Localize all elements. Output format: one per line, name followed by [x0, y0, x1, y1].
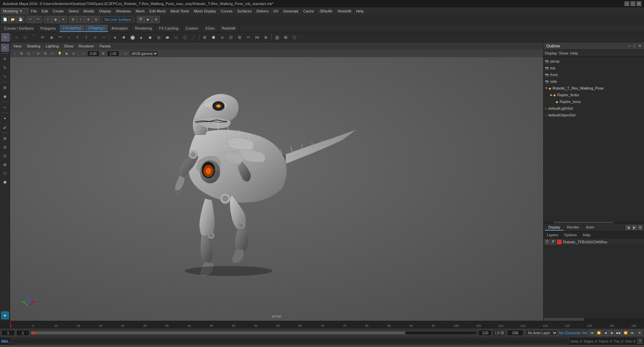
multi-cut-btn[interactable]: ✂ — [244, 33, 252, 41]
tab-rendering[interactable]: Rendering — [131, 25, 156, 32]
render-panel-btn3[interactable]: ⚙ — [638, 225, 643, 230]
menu-generate[interactable]: Generate — [281, 8, 300, 14]
frame-end-input[interactable] — [478, 330, 492, 336]
timeline-scroll[interactable] — [31, 331, 477, 335]
layer-playback-check[interactable]: P — [551, 240, 556, 244]
close-btn[interactable]: ✕ — [637, 1, 641, 6]
diamond-btn[interactable]: ◆ — [146, 33, 154, 41]
outliner-maximize[interactable]: □ — [633, 44, 636, 48]
pen-btn[interactable]: ◈ — [47, 33, 55, 41]
gear-shape-btn[interactable]: ⬡ — [181, 33, 189, 41]
vp-fit-btn[interactable]: ⊞ — [18, 50, 25, 57]
ep-btn[interactable]: ⋯ — [100, 33, 108, 41]
curve-btn[interactable]: ⌒ — [30, 33, 38, 41]
undo-btn[interactable]: ↶ — [27, 16, 34, 23]
select-tool[interactable]: ↖ — [1, 44, 9, 52]
target-weld-btn[interactable]: ⊕ — [262, 33, 270, 41]
wave-btn[interactable]: 〜 — [56, 33, 64, 41]
tab-custom[interactable]: Custom — [182, 25, 202, 32]
menu-mesh-tools[interactable]: Mesh Tools — [168, 8, 191, 14]
prev-frame-btn[interactable]: ◀ — [602, 330, 608, 336]
menu-edit-mesh[interactable]: Edit Mesh — [147, 8, 168, 14]
cylinder-btn[interactable]: ⬤ — [128, 33, 136, 41]
maximize-btn[interactable]: □ — [631, 1, 635, 6]
menu-display[interactable]: Display — [97, 8, 113, 14]
help-line-btn[interactable]: ? — [637, 339, 643, 344]
snap-point[interactable]: ⊕ — [85, 16, 92, 23]
menu-file[interactable]: File — [29, 8, 39, 14]
vp-shadow-btn[interactable]: ◉ — [64, 50, 70, 57]
rotate-tool[interactable]: ↻ — [1, 64, 9, 72]
display-tool-4[interactable]: ⊠ — [1, 161, 9, 169]
move-tool[interactable]: ✛ — [1, 55, 9, 63]
go-end-btn[interactable]: ⏭ — [629, 330, 635, 336]
display-tool-6[interactable]: ⬟ — [1, 178, 9, 186]
cone-btn[interactable]: ▲ — [137, 33, 145, 41]
paint-sel-tool[interactable]: 🖌 — [1, 123, 9, 131]
render-settings-btn[interactable]: ⚙ — [152, 16, 160, 23]
bezier-btn[interactable]: ꟗ — [74, 33, 82, 41]
menu-select[interactable]: Select — [67, 8, 81, 14]
tree-item-trex-root[interactable]: ▼ ◆ Robotic_T_Rex_Walking_Pose — [544, 85, 644, 92]
play-forward-btn[interactable]: ▶ — [609, 330, 615, 336]
lasso-btn[interactable]: ◉ — [52, 16, 59, 23]
square-btn[interactable]: □ — [21, 33, 29, 41]
open-btn[interactable]: 📂 — [9, 16, 16, 23]
snap-view[interactable]: ⊟ — [92, 16, 100, 23]
char-set-label[interactable]: No Character Set — [559, 331, 588, 335]
menu-mesh-display[interactable]: Mesh Display — [192, 8, 218, 14]
tree-item-raptor-torso[interactable]: ◆ Raptor_torso — [544, 98, 644, 105]
tab-sculpting[interactable]: [ Sculpting ] — [59, 25, 85, 32]
sub-tab-help[interactable]: Help — [581, 233, 593, 237]
range-max-input[interactable] — [507, 330, 524, 336]
snap-curve[interactable]: ⌇ — [77, 16, 84, 23]
tab-xgen[interactable]: XGen — [202, 25, 218, 32]
cube-btn[interactable]: ■ — [120, 33, 128, 41]
tab-redshift[interactable]: Redshift — [218, 25, 239, 32]
vp-light-btn[interactable]: 💡 — [56, 50, 63, 57]
outliner-minimize[interactable]: ─ — [628, 44, 631, 48]
tree-item-top[interactable]: 📷 top — [544, 65, 644, 71]
menu-modify[interactable]: Modify — [81, 8, 96, 14]
workspace-selector[interactable]: Modeling ▼ — [1, 8, 28, 14]
model-area[interactable]: persp X Y Z — [10, 57, 543, 321]
tree-item-objectset[interactable]: ○ defaultObjectSet — [544, 112, 644, 118]
viewport[interactable]: View Shading Lighting Show Renderer Pane… — [10, 42, 543, 321]
save-btn[interactable]: 💾 — [17, 16, 24, 23]
vp-ao-btn[interactable]: ◎ — [71, 50, 77, 57]
ipr-btn[interactable]: ▶ — [145, 16, 152, 23]
vp-color-select[interactable]: sRGB gamma — [130, 51, 158, 56]
soft-select-tool[interactable]: ◉ — [1, 92, 9, 100]
sphere-btn[interactable]: ● — [111, 33, 119, 41]
tab-curves-surfaces[interactable]: Curves / Surfaces — [1, 25, 37, 32]
vp-menu-panels[interactable]: Panels — [98, 44, 112, 48]
vp-home-btn[interactable]: ⌂ — [11, 50, 17, 57]
layer-visible-check[interactable]: V — [545, 240, 550, 244]
render-tab-render[interactable]: Render — [564, 224, 582, 231]
combine-btn[interactable]: ⊎ — [218, 33, 226, 41]
range-drag[interactable] — [501, 331, 504, 335]
render-panel-scrollbar[interactable] — [544, 318, 644, 321]
vp-menu-view[interactable]: View — [12, 44, 23, 48]
circle-btn[interactable]: ○ — [12, 33, 21, 41]
tab-animation[interactable]: Animation — [108, 25, 132, 32]
fill-btn[interactable]: ⊞ — [236, 33, 244, 41]
chart-btn[interactable]: ▥ — [273, 33, 281, 41]
display-tool-5[interactable]: ⬡ — [1, 169, 9, 177]
snap-grid[interactable]: ⊞ — [69, 16, 77, 23]
extrude-btn[interactable]: ⊞ — [201, 33, 209, 41]
pencil-btn[interactable]: ✏ — [39, 33, 47, 41]
sub-tab-layers[interactable]: Layers — [545, 233, 560, 237]
tree-item-lightset[interactable]: ○ defaultLightSet — [544, 105, 644, 112]
arc-btn[interactable]: ⌣ — [65, 33, 73, 41]
go-start-btn[interactable]: ⏮ — [589, 330, 595, 336]
sub-tab-options[interactable]: Options — [562, 233, 579, 237]
vp-smooth-btn[interactable]: ⊞ — [42, 50, 48, 57]
display-tool-3[interactable]: ⊡ — [1, 152, 9, 160]
connect-btn[interactable]: ⋈ — [253, 33, 261, 41]
torus-btn[interactable]: ◎ — [155, 33, 163, 41]
live-surface-btn[interactable]: No Live Surface — [102, 16, 133, 23]
sculpt-tool[interactable]: ✦ — [1, 114, 9, 123]
select-tool-btn[interactable]: ↖ — [1, 33, 9, 41]
select-btn[interactable]: ⊹ — [44, 16, 51, 23]
